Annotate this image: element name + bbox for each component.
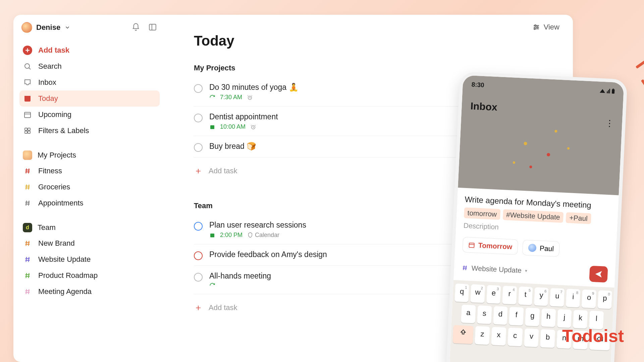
key[interactable]: x [491,327,506,346]
task-title: Plan user research sessions [209,221,306,230]
search-icon [23,62,32,71]
key[interactable]: y6 [534,287,549,306]
nav-inbox[interactable]: Inbox [19,74,160,90]
key[interactable]: p0 [597,290,612,309]
svg-line-24 [26,201,26,206]
project-label: Groceries [38,183,70,191]
key[interactable]: r4 [502,286,517,304]
calendar-icon [468,241,475,248]
team-avatar: d [23,223,32,232]
key[interactable]: b [540,329,555,348]
plus-icon: ＋ [194,165,203,177]
key[interactable]: q1 [454,284,469,302]
hash-icon [23,166,32,176]
key[interactable]: s [477,305,492,324]
project-selector[interactable]: Website Update ▾ [461,264,527,275]
notifications-icon[interactable] [131,23,141,32]
svg-line-21 [29,185,29,190]
key[interactable]: v [524,328,539,347]
team-header[interactable]: d Team [19,220,160,235]
shift-key[interactable] [452,325,473,344]
task-checkbox[interactable] [194,273,203,282]
grid-icon [23,126,32,135]
svg-line-36 [26,273,26,278]
nav-filters[interactable]: Filters & Labels [19,123,160,139]
my-projects-header[interactable]: My Projects [19,147,160,163]
task-title: Dentist appointment [209,112,278,121]
assignee-pill[interactable]: Paul [522,240,560,257]
key[interactable]: o9 [582,290,596,308]
nav-today[interactable]: Today [19,90,160,107]
calendar-icon [209,232,215,238]
hash-icon [23,239,32,248]
project-label: Website Update [471,264,522,275]
svg-line-16 [26,169,26,174]
task-checkbox[interactable] [194,114,203,122]
hash-icon [23,271,32,280]
chevron-down-icon [64,24,70,31]
project-item[interactable]: Website Update [19,251,160,267]
nav-label: Today [38,94,58,103]
key[interactable]: w2 [470,284,485,303]
key[interactable]: g [525,308,540,326]
task-meta [209,283,271,289]
key[interactable]: c [507,327,523,346]
task-meta: 7:30 AM [209,94,299,101]
project-item[interactable]: Product Roadmap [19,267,160,284]
svg-rect-7 [24,96,31,98]
key[interactable]: e3 [486,285,501,304]
key[interactable]: h [541,308,556,327]
key[interactable]: i8 [566,289,581,307]
compose-chip[interactable]: +Paul [566,212,591,224]
phone-mockup: 8:30 Inbox ⋮ Write agenda for Monday's m… [446,72,628,362]
project-item[interactable]: Fitness [19,163,160,179]
date-pill-label: Tomorrow [478,241,513,251]
nav-label: Upcoming [38,110,71,119]
key[interactable]: f [509,307,524,325]
project-label: Product Roadmap [38,271,98,280]
project-item[interactable]: Appointments [19,195,160,211]
project-label: Fitness [38,167,62,175]
task-checkbox[interactable] [194,84,203,93]
recurring-icon [209,95,215,101]
add-task-label: Add task [209,303,237,312]
compose-chip[interactable]: #Website Update [502,209,564,223]
compose-chip[interactable]: tomorrow [464,207,500,220]
add-task-button[interactable]: Add task [19,42,160,58]
task-checkbox[interactable] [194,143,203,152]
section-title: My Projects [194,64,553,72]
sidebar-toggle-icon[interactable] [148,23,158,32]
svg-rect-8 [24,112,31,118]
user-menu[interactable]: Denise [21,22,70,33]
svg-rect-51 [210,233,214,237]
key[interactable]: j [557,309,572,328]
date-pill[interactable]: Tomorrow [462,237,518,255]
svg-line-58 [469,244,474,245]
nav-upcoming[interactable]: Upcoming [19,107,160,123]
key[interactable]: d [493,306,508,325]
view-button[interactable]: View [532,23,559,32]
project-item[interactable]: Groceries [19,179,160,195]
key[interactable]: t5 [518,287,533,305]
send-button[interactable] [589,266,608,283]
project-item[interactable]: Meeting Agenda [19,284,160,300]
nav-search[interactable]: Search [19,58,160,74]
task-checkbox[interactable] [194,251,203,260]
phone-header: 8:30 Inbox ⋮ [458,75,624,195]
today-icon [23,94,32,103]
key[interactable]: z [475,326,490,345]
project-item[interactable]: New Brand [19,235,160,251]
svg-line-17 [29,169,29,174]
avatar [21,22,32,33]
svg-rect-13 [28,131,30,133]
task-checkbox[interactable] [194,222,203,231]
svg-line-37 [29,273,29,278]
phone-compose-card: Write agenda for Monday's meeting tomorr… [453,188,619,288]
svg-line-61 [463,265,464,270]
plus-icon: ＋ [194,302,203,313]
hash-icon [23,255,32,264]
calendar-icon [209,124,215,130]
svg-rect-10 [25,128,27,130]
key[interactable]: a [461,305,476,323]
key[interactable]: u7 [550,288,565,307]
